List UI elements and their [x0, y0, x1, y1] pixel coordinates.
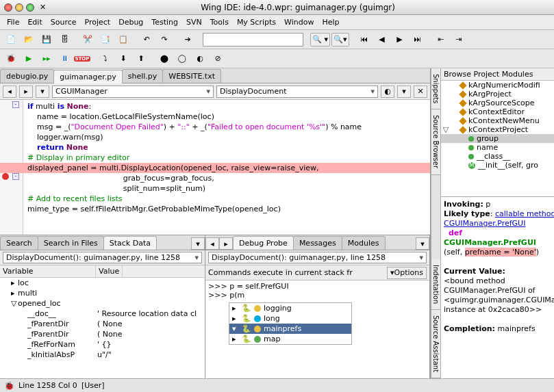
debug-stop-icon[interactable]: STOP — [74, 51, 90, 66]
variable-row[interactable]: _fParentDir( None — [0, 319, 205, 329]
tab-modules[interactable]: Modules — [342, 236, 386, 250]
panel-menu-icon[interactable]: ▾ — [191, 237, 205, 250]
autocomplete-item[interactable]: ▸🐍map — [229, 334, 351, 344]
menu-source[interactable]: Source — [47, 16, 81, 28]
autocomplete-item[interactable]: ▾🐍mainprefs — [229, 324, 351, 334]
tab-stack-data[interactable]: Stack Data — [103, 236, 157, 250]
indent-left-icon[interactable]: ⇤ — [433, 32, 449, 47]
project-tree-item[interactable]: kArgNumericModifi — [441, 81, 554, 90]
menu-testing[interactable]: Testing — [147, 16, 182, 28]
debug-bug-icon[interactable]: 🐞 — [3, 51, 19, 66]
probe-frame-combo[interactable]: DisplayDocument(): guimanager.py, line 1… — [208, 252, 427, 263]
paste-icon[interactable]: 📋 — [115, 32, 131, 47]
search-dropdown-2[interactable]: 🔍▾ — [331, 33, 349, 47]
new-file-icon[interactable]: 📄 — [3, 32, 19, 47]
options-button[interactable]: ▾ Options — [387, 267, 427, 279]
project-tree-item[interactable]: name — [441, 143, 554, 152]
copy-icon[interactable]: 📑 — [97, 32, 114, 47]
project-tree-item[interactable]: group — [441, 134, 554, 143]
nav-drop-icon[interactable]: ▾ — [36, 86, 49, 98]
probe-menu-icon[interactable]: ▾ — [416, 237, 429, 250]
breakpoint-clear-icon[interactable]: ⊘ — [210, 51, 226, 66]
menu-edit[interactable]: Edit — [23, 16, 46, 28]
project-tree[interactable]: kArgNumericModifikArgProjectkArgSourceSc… — [441, 81, 554, 197]
variables-tree[interactable]: Variable Value ▸loc▸multi▽opened_loc__do… — [0, 265, 205, 378]
tab-guimanager[interactable]: guimanager.py — [53, 70, 122, 83]
tab-debug-probe[interactable]: Debug Probe — [233, 236, 294, 250]
probe-fwd-icon[interactable]: ▸ — [219, 237, 233, 250]
code-line[interactable]: logger.warn(msg) — [0, 132, 430, 142]
project-tree-item[interactable]: __class__ — [441, 152, 554, 161]
step-out-icon[interactable]: ⬆ — [133, 51, 149, 66]
code-line[interactable]: name = location.GetLocalFileSystemName(l… — [0, 112, 430, 122]
save-all-icon[interactable]: 🗄 — [56, 32, 73, 47]
close-editor-icon[interactable]: ✕ — [414, 86, 427, 98]
menu-debug[interactable]: Debug — [114, 16, 147, 28]
menu-myscripts[interactable]: My Scripts — [233, 16, 280, 28]
project-tree-item[interactable]: kArgProject — [441, 90, 554, 99]
breakpoint-add-icon[interactable]: ⬤ — [156, 51, 173, 66]
debug-probe-console[interactable]: >>> p = self.PrefGUI >>> p(m ▸🐍logging▸🐍… — [205, 280, 429, 378]
code-line[interactable]: mime_type = self.fFileAttribMgr.GetProba… — [0, 204, 430, 214]
tab-messages[interactable]: Messages — [293, 236, 342, 250]
options-icon[interactable]: ▾ — [397, 86, 411, 98]
tab-shell[interactable]: shell.py — [122, 69, 164, 83]
tab-website[interactable]: WEBSITE.txt — [162, 69, 221, 83]
close-icon[interactable] — [4, 3, 12, 12]
class-combo[interactable]: CGUIManager — [52, 86, 214, 98]
debug-continue-icon[interactable]: ▸▸ — [38, 51, 55, 66]
nav-prev-icon[interactable]: ◀ — [374, 32, 390, 47]
code-line[interactable]: # Display in primary editor — [0, 153, 430, 163]
nav-last-icon[interactable]: ⏭ — [410, 32, 426, 47]
search-input[interactable] — [203, 33, 303, 47]
menu-help[interactable]: Help — [318, 16, 343, 28]
project-tree-item[interactable]: M__init__(self, gro — [441, 161, 554, 170]
autocomplete-popup[interactable]: ▸🐍logging▸🐍long▾🐍mainprefs▸🐍map — [229, 302, 352, 345]
vtab-source-browser[interactable]: Source Browser — [431, 109, 440, 174]
cut-icon[interactable]: ✂️ — [79, 32, 96, 47]
menu-file[interactable]: File — [3, 16, 23, 28]
variable-row[interactable]: _fRefForNam' {} — [0, 339, 205, 350]
variable-row[interactable]: _fParentDir( None — [0, 329, 205, 339]
link-callable[interactable]: callable method — [495, 209, 554, 218]
code-line[interactable]: if multi is None: — [0, 101, 430, 112]
step-over-icon[interactable]: ⤵ — [97, 51, 114, 66]
variable-row[interactable]: ▽opened_loc — [0, 298, 205, 309]
breakpoint-disable-icon[interactable]: ◯ — [174, 51, 190, 66]
nav-first-icon[interactable]: ⏮ — [356, 32, 373, 47]
code-line[interactable]: split_num=split_num) — [0, 183, 430, 194]
bookmark-icon[interactable]: ◐ — [381, 86, 394, 98]
variable-row[interactable]: _kInitialAbsPu"/" — [0, 350, 205, 360]
method-combo[interactable]: DisplayDocument — [216, 86, 378, 98]
code-editor[interactable]: if multi is None: name = location.GetLoc… — [0, 100, 430, 235]
nav-next-icon[interactable]: ▶ — [392, 32, 408, 47]
project-tree-item[interactable]: ▽kContextProject — [441, 125, 554, 134]
nav-back-icon[interactable]: ◂ — [3, 86, 16, 98]
menu-svn[interactable]: SVN — [182, 16, 206, 28]
menu-window[interactable]: Window — [280, 16, 318, 28]
indent-right-icon[interactable]: ⇥ — [451, 32, 467, 47]
menu-project[interactable]: Project — [81, 16, 115, 28]
link-sig[interactable]: CGUIManager.PrefGUI — [444, 219, 525, 228]
stack-frame-combo[interactable]: DisplayDocument(): guimanager.py, line 1… — [3, 252, 202, 263]
debug-run-icon[interactable]: ▶ — [21, 51, 37, 66]
code-line[interactable]: return None — [0, 142, 430, 153]
redo-icon[interactable]: ↷ — [156, 32, 173, 47]
step-into-icon[interactable]: ⬇ — [115, 51, 131, 66]
save-icon[interactable]: 💾 — [38, 32, 55, 47]
debug-pause-icon[interactable]: ⏸ — [56, 51, 73, 66]
breakpoint-icon[interactable] — [2, 173, 9, 180]
vtab-indentation[interactable]: Indentation — [431, 259, 440, 310]
code-line[interactable]: msg = _("Document Open Failed") + "::" +… — [0, 122, 430, 132]
autocomplete-item[interactable]: ▸🐍logging — [229, 303, 351, 313]
project-tree-item[interactable]: kContextEditor — [441, 107, 554, 116]
code-line[interactable]: displayed_panel = multi.DisplayLocation(… — [0, 163, 430, 173]
zoom-icon[interactable] — [26, 3, 34, 12]
tab-search[interactable]: Search — [0, 236, 38, 250]
project-tree-item[interactable]: kContextNewMenu — [441, 116, 554, 125]
vtab-source-assistant[interactable]: Source Assistant — [431, 310, 440, 378]
probe-back-icon[interactable]: ◂ — [205, 237, 219, 250]
variable-row[interactable]: ▸loc — [0, 278, 205, 288]
undo-icon[interactable]: ↶ — [138, 32, 155, 47]
variable-row[interactable]: ▸multi — [0, 288, 205, 298]
